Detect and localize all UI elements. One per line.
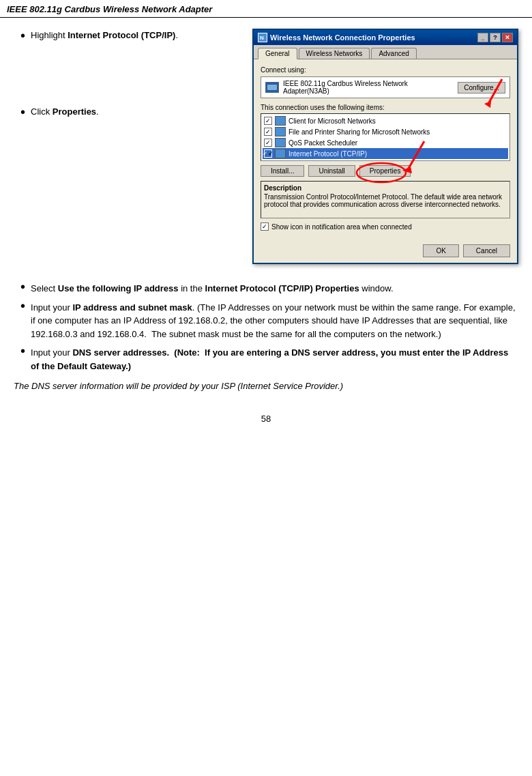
connect-using-label: Connect using:	[261, 66, 510, 74]
bold-use-following-ip: Use the following IP address	[58, 283, 179, 293]
red-arrow-configure	[468, 78, 509, 112]
dialog-tabs: General Wireless Networks Advanced	[254, 45, 517, 59]
uninstall-button[interactable]: Uninstall	[308, 165, 355, 177]
titlebar-buttons: _ ? ✕	[477, 33, 513, 42]
help-button[interactable]: ?	[490, 33, 501, 42]
dialog-window: N Wireless Network Connection Properties…	[252, 29, 518, 264]
bold-dns-server: DNS server addresses. (Note: If you are …	[31, 347, 508, 371]
titlebar-left: N Wireless Network Connection Properties	[258, 33, 415, 42]
bottom-bullet-1-text: Select Use the following IP address in t…	[31, 282, 394, 296]
show-icon-checkbox[interactable]	[261, 222, 269, 231]
list-item-qos: QoS Packet Scheduler	[263, 137, 508, 148]
show-icon-label: Show icon in notification area when conn…	[271, 223, 412, 231]
bottom-bullet-list: Select Use the following IP address in t…	[14, 282, 518, 373]
ok-button[interactable]: OK	[423, 244, 458, 257]
qos-icon	[275, 138, 286, 147]
left-column: • Highlight Internet Protocol (TCP/IP). …	[14, 29, 246, 264]
description-label: Description	[264, 184, 507, 192]
dialog-container: N Wireless Network Connection Properties…	[252, 29, 518, 264]
adapter-name: IEEE 802.11g Cardbus Wireless Network Ad…	[283, 80, 454, 95]
tcpip-icon	[275, 149, 286, 158]
tcpip-label: Internet Protocol (TCP/IP)	[289, 150, 367, 158]
qos-label: QoS Packet Scheduler	[289, 139, 357, 147]
bold-tcp-ip: Internet Protocol (TCP/IP)	[68, 30, 175, 40]
italic-note: The DNS server information will be provi…	[14, 379, 518, 393]
dialog-titlebar: N Wireless Network Connection Properties…	[254, 30, 517, 45]
bottom-bullet-2-text: Input your IP address and subnet mask. (…	[31, 301, 518, 341]
close-button[interactable]: ✕	[502, 33, 513, 42]
bottom-content: Select Use the following IP address in t…	[0, 271, 532, 435]
checkbox-sharing[interactable]	[264, 128, 272, 136]
dialog-body: Connect using: IEEE 802.11g Cardbus Wire…	[254, 59, 517, 242]
tab-advanced[interactable]: Advanced	[371, 48, 416, 59]
bottom-bullet-1: Select Use the following IP address in t…	[14, 282, 518, 296]
page-header: IEEE 802.11g Cardbus Wireless Network Ad…	[0, 0, 532, 18]
header-title: IEEE 802.11g Cardbus Wireless Network Ad…	[7, 4, 212, 14]
tab-wireless-networks[interactable]: Wireless Networks	[299, 48, 370, 59]
sharing-label: File and Printer Sharing for Microsoft N…	[289, 128, 430, 136]
install-button[interactable]: Install...	[261, 165, 304, 177]
action-buttons: Install... Uninstall Properties	[261, 165, 510, 177]
svg-line-4	[488, 79, 502, 104]
cancel-button[interactable]: Cancel	[463, 244, 510, 257]
bullet-item-2: • Click Properties.	[14, 105, 246, 120]
show-icon-row: Show icon in notification area when conn…	[261, 222, 510, 231]
bold-properties: Properties	[53, 106, 96, 117]
bullet-text-1: Highlight Internet Protocol (TCP/IP).	[31, 29, 178, 42]
page-number: 58	[14, 414, 518, 424]
bottom-bullet-2: Input your IP address and subnet mask. (…	[14, 301, 518, 341]
bullet-dot-1: •	[20, 27, 25, 44]
items-listbox[interactable]: Client for Microsoft Networks File and P…	[261, 113, 510, 161]
list-item-tcpip[interactable]: ✓ Internet Protocol (TCP/IP)	[263, 148, 508, 159]
list-item-client: Client for Microsoft Networks	[263, 115, 508, 126]
client-icon	[275, 116, 286, 126]
description-text: Transmission Control Protocol/Internet P…	[264, 193, 507, 208]
checkbox-client[interactable]	[264, 117, 272, 125]
bullet-dot-2: •	[20, 104, 25, 120]
bold-ip-subnet: IP address and subnet mask	[72, 302, 192, 313]
dialog-title: Wireless Network Connection Properties	[270, 33, 415, 42]
list-item-sharing: File and Printer Sharing for Microsoft N…	[263, 126, 508, 137]
adapter-icon	[265, 82, 279, 93]
top-section: • Highlight Internet Protocol (TCP/IP). …	[0, 18, 532, 271]
svg-marker-5	[484, 101, 491, 108]
bottom-bullet-3-text: Input your DNS server addresses. (Note: …	[31, 346, 518, 373]
description-box: Description Transmission Control Protoco…	[261, 181, 510, 218]
right-column: N Wireless Network Connection Properties…	[252, 29, 525, 264]
dialog-icon: N	[258, 33, 267, 42]
client-label: Client for Microsoft Networks	[289, 117, 376, 125]
svg-rect-3	[267, 85, 277, 90]
svg-text:N: N	[260, 35, 264, 41]
dialog-footer: OK Cancel	[254, 242, 517, 263]
checkbox-qos[interactable]	[264, 139, 272, 147]
properties-button[interactable]: Properties	[359, 165, 411, 177]
sharing-icon	[275, 127, 286, 136]
bottom-bullet-3: Input your DNS server addresses. (Note: …	[14, 346, 518, 373]
bold-internet-protocol-props: Internet Protocol (TCP/IP) Properties	[205, 283, 359, 293]
minimize-button[interactable]: _	[477, 33, 488, 42]
italic-note-text: The DNS server information will be provi…	[14, 381, 343, 391]
tab-general[interactable]: General	[258, 48, 297, 59]
checkbox-tcpip[interactable]: ✓	[264, 149, 272, 158]
bullet-text-2: Click Properties.	[31, 105, 99, 119]
bullet-item-1: • Highlight Internet Protocol (TCP/IP).	[14, 29, 246, 44]
